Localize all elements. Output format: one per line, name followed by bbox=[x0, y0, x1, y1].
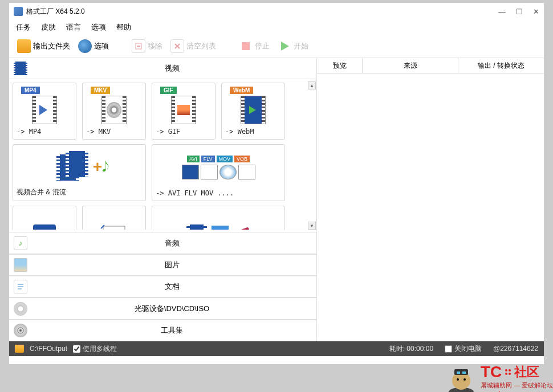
section-video[interactable]: 视频 bbox=[9, 58, 316, 79]
shutdown-toggle[interactable]: 关闭电脑 bbox=[445, 344, 482, 354]
audio-icon: ♪ bbox=[14, 236, 27, 250]
film-icon bbox=[171, 96, 196, 124]
menu-task[interactable]: 任务 bbox=[16, 22, 31, 32]
tile-gif[interactable]: GIF -> GIF bbox=[152, 83, 215, 140]
svg-marker-5 bbox=[281, 42, 289, 51]
section-rom[interactable]: 光驱设备\DVD\CD\ISO bbox=[9, 297, 316, 319]
menu-option[interactable]: 选项 bbox=[91, 22, 106, 32]
svg-point-26 bbox=[505, 373, 507, 375]
stop-button[interactable]: 停止 bbox=[237, 38, 272, 54]
tile-webm[interactable]: WebM -> WebM bbox=[221, 83, 285, 140]
tile-partial-3[interactable] bbox=[152, 206, 285, 230]
svg-point-24 bbox=[505, 369, 507, 371]
svg-point-20 bbox=[463, 378, 466, 381]
video-section-icon bbox=[14, 62, 27, 75]
section-picture[interactable]: 图片 bbox=[9, 254, 316, 276]
multithread-toggle[interactable]: 使用多线程 bbox=[73, 344, 117, 354]
document-icon bbox=[14, 280, 27, 293]
menu-help[interactable]: 帮助 bbox=[116, 22, 131, 32]
svg-marker-6 bbox=[39, 105, 47, 115]
menubar: 任务 皮肤 语言 选项 帮助 bbox=[9, 20, 544, 35]
titlebar: 格式工厂 X64 5.2.0 — ☐ ✕ bbox=[9, 3, 544, 20]
remove-button[interactable]: 移除 bbox=[129, 38, 165, 54]
svg-marker-7 bbox=[249, 106, 256, 114]
tile-mp4[interactable]: MP4 -> MP4 bbox=[13, 83, 76, 140]
scroll-down[interactable]: ▼ bbox=[308, 222, 316, 230]
tile-mkv[interactable]: MKV -> MKV bbox=[82, 83, 146, 140]
remove-icon bbox=[132, 39, 145, 53]
statusbar: C:\FFOutput 使用多线程 耗时: 00:00:00 关闭电脑 @226… bbox=[9, 341, 544, 356]
toolbar: 输出文件夹 选项 移除 清空列表 停止 开始 bbox=[9, 35, 544, 58]
section-document[interactable]: 文档 bbox=[9, 276, 316, 297]
toolset-icon bbox=[14, 324, 27, 337]
maximize-button[interactable]: ☐ bbox=[516, 7, 523, 16]
watermark: TC 社区 屠城辅助网 — 爱破解论坛 www.tcsqw.com bbox=[444, 363, 553, 392]
tile-multi-format[interactable]: AVI FLV MOV VOB bbox=[152, 144, 285, 201]
svg-point-17 bbox=[449, 387, 474, 392]
scroll-up[interactable]: ▲ bbox=[308, 81, 316, 89]
svg-point-19 bbox=[457, 378, 459, 381]
tile-merge[interactable]: +𝅘𝅥𝅮 视频合并 & 混流 bbox=[13, 144, 146, 201]
col-preview[interactable]: 预览 bbox=[317, 58, 363, 74]
tile-partial-2[interactable] bbox=[82, 206, 146, 230]
svg-point-27 bbox=[509, 373, 511, 375]
elapsed-time: 00:00:00 bbox=[406, 345, 433, 353]
right-panel: 预览 来源 输出 / 转换状态 bbox=[317, 58, 544, 341]
clear-icon bbox=[170, 39, 184, 53]
film-icon bbox=[241, 96, 266, 124]
section-audio[interactable]: ♪ 音频 bbox=[9, 232, 316, 254]
disc-icon bbox=[14, 302, 27, 316]
svg-point-16 bbox=[19, 329, 22, 332]
tile-partial-1[interactable] bbox=[13, 206, 76, 230]
window-title: 格式工厂 X64 5.2.0 bbox=[26, 7, 498, 17]
option-icon bbox=[78, 39, 92, 53]
col-source[interactable]: 来源 bbox=[363, 58, 458, 74]
svg-point-25 bbox=[509, 369, 511, 371]
film-icon bbox=[101, 96, 127, 124]
svg-rect-22 bbox=[457, 371, 460, 374]
option-button[interactable]: 选项 bbox=[76, 38, 111, 54]
folder-icon bbox=[17, 39, 31, 53]
menu-language[interactable]: 语言 bbox=[66, 22, 81, 32]
film-icon bbox=[32, 96, 57, 124]
col-output[interactable]: 输出 / 转换状态 bbox=[458, 58, 544, 74]
svg-rect-8 bbox=[103, 226, 125, 230]
svg-rect-23 bbox=[462, 371, 466, 374]
svg-marker-11 bbox=[212, 226, 229, 230]
status-folder-icon[interactable] bbox=[15, 345, 24, 353]
app-icon bbox=[14, 7, 23, 16]
left-panel: 视频 MP4 -> MP4 MKV bbox=[9, 58, 317, 341]
queue-header: 预览 来源 输出 / 转换状态 bbox=[317, 58, 544, 74]
output-folder-button[interactable]: 输出文件夹 bbox=[15, 38, 72, 54]
status-qq: @2267114622 bbox=[493, 345, 538, 353]
start-icon bbox=[278, 39, 291, 53]
video-tiles: MP4 -> MP4 MKV -> MKV bbox=[9, 79, 316, 232]
svg-point-18 bbox=[452, 371, 470, 390]
stop-icon bbox=[239, 39, 253, 53]
menu-skin[interactable]: 皮肤 bbox=[41, 22, 56, 32]
section-toolset[interactable]: 工具集 bbox=[9, 320, 316, 341]
queue-list bbox=[317, 74, 544, 341]
minimize-button[interactable]: — bbox=[498, 7, 506, 16]
shutdown-checkbox[interactable] bbox=[445, 345, 452, 353]
clear-button[interactable]: 清空列表 bbox=[168, 38, 218, 54]
start-button[interactable]: 开始 bbox=[275, 38, 311, 54]
multithread-checkbox[interactable] bbox=[73, 345, 80, 353]
svg-rect-4 bbox=[242, 42, 250, 50]
svg-rect-21 bbox=[454, 369, 468, 375]
output-path[interactable]: C:\FFOutput bbox=[30, 345, 67, 353]
close-button[interactable]: ✕ bbox=[533, 7, 539, 16]
picture-icon bbox=[14, 258, 27, 272]
